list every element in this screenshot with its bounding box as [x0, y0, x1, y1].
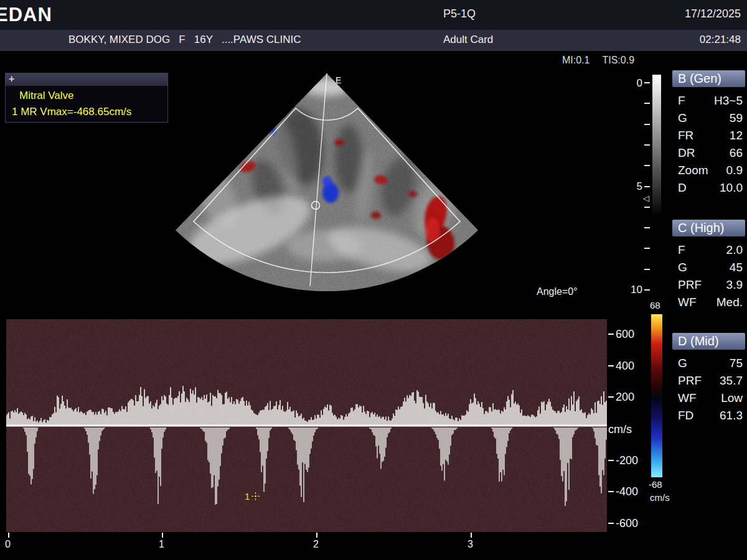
param-label: F	[678, 92, 685, 110]
y-axis-label: 200	[608, 390, 634, 404]
param-value: 75	[730, 355, 743, 372]
orientation-marker: E	[336, 75, 341, 85]
b-mode-image: E	[171, 67, 482, 292]
param-value: 3.9	[726, 276, 743, 294]
doppler-mode-header: D (Mid)	[672, 333, 745, 350]
param-label: FD	[678, 407, 693, 424]
x-tick	[162, 533, 163, 538]
grayscale-map-bar	[652, 75, 661, 215]
param-row: WFLow	[672, 390, 745, 407]
date-label: 17/12/2025	[685, 7, 741, 21]
param-row: G75	[672, 355, 745, 372]
measurement-value: 1 MR Vmax=-468.65cm/s	[12, 106, 131, 118]
doppler-mode-params: D (Mid) G75 PRF35.7 WFLow FD61.3	[672, 333, 745, 424]
x-axis-label: 1	[159, 539, 164, 550]
patient-info: BOKKY, MIXED DOG F 16Y ....PAWS CLINIC	[68, 34, 301, 46]
acoustic-indices: MI:0.1 TIS:0.9	[562, 55, 634, 66]
measurement-cursor[interactable]: 1	[245, 491, 260, 502]
color-scale-unit: cm/s	[650, 492, 670, 503]
ultrasound-screen: EDAN P5-1Q 17/12/2025 BOKKY, MIXED DOG F…	[0, 0, 747, 560]
x-axis-label: 2	[313, 539, 319, 550]
param-label: G	[678, 110, 687, 127]
caliper-cross-icon	[251, 492, 260, 500]
param-row: DR66	[672, 144, 745, 162]
mi-value: MI:0.1	[562, 55, 590, 66]
depth-tick	[644, 289, 650, 291]
param-label: WF	[678, 390, 697, 407]
depth-tick	[644, 207, 650, 208]
tick-mark	[608, 396, 614, 398]
y-axis-label: -600	[608, 516, 638, 531]
param-label: DR	[678, 144, 695, 162]
tis-value: TIS:0.9	[602, 55, 634, 66]
depth-label: 10	[624, 284, 642, 296]
tick-mark	[608, 365, 614, 366]
move-handle-icon: +	[9, 73, 14, 85]
param-value: 35.7	[720, 372, 743, 390]
color-scale-bar	[651, 314, 662, 477]
param-label: FR	[678, 127, 693, 144]
param-value: 10.0	[720, 179, 743, 197]
param-row: PRF3.9	[672, 276, 745, 294]
depth-tick	[644, 269, 650, 270]
brand-logo: EDAN	[0, 4, 52, 26]
param-value: 0.9	[726, 162, 743, 179]
param-value: 12	[730, 127, 743, 144]
tick-mark	[608, 491, 614, 492]
param-value: H3~5	[714, 92, 743, 110]
x-axis-label: 0	[5, 539, 11, 550]
measurement-results-box: + Mitral Valve 1 MR Vmax=-468.65cm/s	[5, 73, 168, 123]
depth-tick	[644, 144, 650, 146]
param-value: Low	[721, 390, 743, 407]
header-bar: EDAN P5-1Q 17/12/2025	[0, 0, 747, 30]
x-tick	[316, 533, 317, 538]
y-axis-label: -200	[608, 453, 638, 468]
param-label: G	[678, 355, 687, 372]
param-value: 59	[730, 110, 743, 127]
depth-tick	[644, 124, 650, 125]
param-value: 45	[730, 259, 743, 276]
time-label: 02:21:48	[700, 34, 741, 46]
param-row: FH3~5	[672, 92, 745, 110]
measurement-title: Mitral Valve	[19, 90, 74, 102]
depth-label: 0	[624, 77, 642, 90]
x-tick	[8, 533, 9, 538]
param-label: D	[678, 179, 687, 197]
depth-tick	[644, 82, 650, 83]
spectral-doppler-image	[6, 319, 607, 532]
param-label: PRF	[678, 372, 702, 390]
param-row: PRF35.7	[672, 372, 745, 390]
param-row: D10.0	[672, 179, 745, 197]
param-row: FD61.3	[672, 407, 745, 424]
exam-type-label: Adult Card	[443, 34, 493, 46]
depth-tick	[644, 227, 650, 228]
angle-readout: Angle=0°	[537, 286, 578, 297]
b-mode-params: B (Gen) FH3~5 G59 FR12 DR66 Zoom0.9 D10.…	[672, 70, 745, 197]
param-value: 2.0	[726, 241, 743, 259]
cursor-number: 1	[245, 491, 250, 502]
depth-tick	[644, 248, 650, 249]
tick-mark	[608, 523, 614, 524]
patient-bar: BOKKY, MIXED DOG F 16Y ....PAWS CLINIC A…	[0, 30, 747, 51]
color-mode-params: C (High) F2.0 G45 PRF3.9 WFMed.	[672, 220, 745, 311]
x-axis-label: 3	[467, 539, 473, 550]
b-mode-header: B (Gen)	[672, 70, 745, 87]
param-value: 66	[730, 144, 743, 162]
color-mode-header: C (High)	[672, 220, 745, 236]
focus-position-icon[interactable]: ◁	[643, 194, 649, 203]
param-value: Med.	[716, 294, 743, 311]
depth-tick	[644, 186, 650, 187]
depth-label: 5	[624, 180, 642, 193]
doppler-baseline[interactable]	[6, 425, 607, 427]
param-label: WF	[678, 294, 697, 311]
measurement-box-drag-handle[interactable]: +	[6, 73, 167, 86]
tick-mark	[608, 460, 614, 461]
param-value: 61.3	[720, 407, 743, 424]
param-row: WFMed.	[672, 294, 745, 311]
x-tick	[471, 533, 472, 538]
y-axis-label: 400	[608, 358, 634, 373]
param-label: PRF	[678, 276, 702, 294]
param-row: Zoom0.9	[672, 162, 745, 179]
y-axis-unit: cm/s	[608, 422, 632, 437]
param-label: F	[678, 241, 685, 259]
